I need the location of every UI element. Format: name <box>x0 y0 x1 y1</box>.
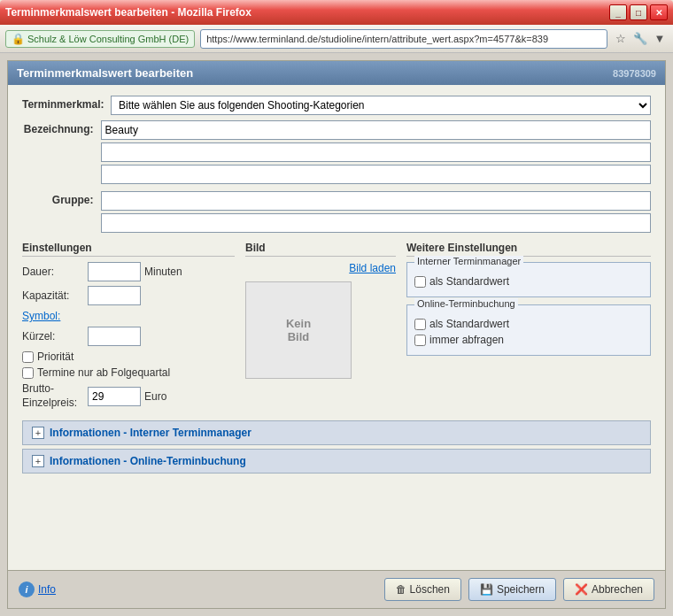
folgequartal-label: Termine nur ab Folgequartal <box>37 366 170 379</box>
prioritaet-label: Priorität <box>37 350 73 363</box>
immer-abfragen-checkbox[interactable] <box>414 335 426 346</box>
kapazitaet-label: Kapazität: <box>22 289 84 302</box>
save-label: Speichern <box>497 583 545 596</box>
minimize-button[interactable]: _ <box>609 4 627 20</box>
als-standardwert-2-label: als Standardwert <box>429 318 509 330</box>
gruppe-inputs <box>101 191 651 233</box>
kuerzel-label: Kürzel: <box>22 330 84 343</box>
save-button[interactable]: 💾 Speichern <box>468 578 556 601</box>
window-title: Terminmerkmalswert bearbeiten - Mozilla … <box>5 6 251 19</box>
bild-header: Bild <box>245 242 396 257</box>
dauer-unit: Minuten <box>144 266 182 278</box>
gruppe-row: Gruppe: <box>22 191 651 233</box>
dropdown-icon[interactable]: ▼ <box>652 31 668 47</box>
url-bar[interactable]: https://www.terminland.de/studioline/int… <box>200 29 607 49</box>
einstellungen-header: Einstellungen <box>22 242 235 257</box>
form-panel: Terminmerkmalswert bearbeiten 83978309 T… <box>7 60 666 609</box>
bild-column: Bild Bild laden Kein Bild <box>245 242 396 410</box>
expand-icon-2: + <box>32 455 44 467</box>
bezeichnung-inputs <box>101 120 651 184</box>
expand-section-2[interactable]: + Informationen - Online-Terminbuchung <box>22 449 651 474</box>
terminmerkmal-select[interactable]: Bitte wählen Sie aus folgenden Shooting-… <box>111 96 651 115</box>
info-link[interactable]: Info <box>38 583 56 596</box>
dauer-label: Dauer: <box>22 266 84 278</box>
bezeichnung-input-1[interactable] <box>101 120 651 140</box>
kein-bild-line2: Bild <box>288 330 310 343</box>
brutto-input[interactable] <box>88 387 141 406</box>
kuerzel-input[interactable] <box>88 327 141 346</box>
kuerzel-row: Kürzel: <box>22 327 235 346</box>
kapazitaet-row: Kapazität: <box>22 286 235 305</box>
online-buchung-group: Online-Terminbuchung als Standardwert im… <box>406 304 651 356</box>
cancel-button[interactable]: ❌ Abbrechen <box>563 578 654 601</box>
als-standardwert-1-row: als Standardwert <box>414 275 643 288</box>
info-icon: i <box>19 581 35 597</box>
bezeichnung-input-3[interactable] <box>101 165 651 184</box>
kein-bild-line1: Kein <box>286 317 311 330</box>
delete-button[interactable]: 🗑 Löschen <box>384 578 461 601</box>
als-standardwert-2-row: als Standardwert <box>414 318 643 330</box>
folgequartal-checkbox[interactable] <box>22 367 34 379</box>
browser-icons: ☆ 🔧 ▼ <box>613 31 668 47</box>
tools-icon[interactable]: 🔧 <box>632 31 648 47</box>
browser-toolbar: 🔒 Schulz & Löw Consulting GmbH (DE) http… <box>0 25 673 53</box>
expand-label-2: Informationen - Online-Terminbuchung <box>50 455 246 467</box>
bezeichnung-row: Bezeichnung: <box>22 120 651 184</box>
terminmerkmal-label: Terminmerkmal: <box>22 96 111 111</box>
delete-label: Löschen <box>410 583 450 596</box>
lock-icon: 🔒 <box>12 33 25 45</box>
image-placeholder: Kein Bild <box>245 281 352 379</box>
close-button[interactable]: ✕ <box>650 4 668 20</box>
einstellungen-column: Einstellungen Dauer: Minuten Kapazität: … <box>22 242 235 410</box>
brutto-unit: Euro <box>144 390 166 403</box>
bezeichnung-label: Bezeichnung: <box>22 120 101 135</box>
immer-abfragen-label: immer abfragen <box>429 334 504 346</box>
window-titlebar: Terminmerkmalswert bearbeiten - Mozilla … <box>0 0 673 25</box>
cancel-icon: ❌ <box>575 583 588 596</box>
url-text: https://www.terminland.de/studioline/int… <box>206 34 548 44</box>
gruppe-input-1[interactable] <box>101 191 651 211</box>
cancel-label: Abbrechen <box>592 583 643 596</box>
kapazitaet-input[interactable] <box>88 286 141 305</box>
folgequartal-row: Termine nur ab Folgequartal <box>22 366 235 379</box>
interner-manager-title: Interner Terminmanager <box>414 256 523 266</box>
expand-section-1[interactable]: + Informationen - Interner Terminmanager <box>22 420 651 445</box>
online-buchung-title: Online-Terminbuchung <box>414 298 518 309</box>
bezeichnung-input-2[interactable] <box>101 142 651 162</box>
form-footer: i Info 🗑 Löschen 💾 Speichern ❌ Abbrechen <box>8 570 665 608</box>
dauer-input[interactable] <box>88 262 141 281</box>
weitere-column: Weitere Einstellungen Interner Terminman… <box>406 242 651 410</box>
prioritaet-row: Priorität <box>22 350 235 363</box>
form-body: Terminmerkmal: Bitte wählen Sie aus folg… <box>8 85 665 570</box>
dauer-row: Dauer: Minuten <box>22 262 235 281</box>
three-columns: Einstellungen Dauer: Minuten Kapazität: … <box>22 242 651 410</box>
als-standardwert-2-checkbox[interactable] <box>414 319 426 330</box>
form-header-title: Terminmerkmalswert bearbeiten <box>17 66 193 80</box>
expand-sections: + Informationen - Interner Terminmanager… <box>22 420 651 474</box>
star-icon[interactable]: ☆ <box>613 31 629 47</box>
expand-label-1: Informationen - Interner Terminmanager <box>50 427 251 439</box>
als-standardwert-1-checkbox[interactable] <box>414 276 426 288</box>
brutto-label: Brutto-Einzelpreis: <box>22 382 84 410</box>
maximize-button[interactable]: □ <box>630 4 647 20</box>
gruppe-label: Gruppe: <box>22 191 101 206</box>
symbol-link[interactable]: Symbol: <box>22 310 60 322</box>
brutto-row: Brutto-Einzelpreis: Euro <box>22 382 235 410</box>
footer-left: i Info <box>19 581 56 597</box>
gruppe-input-2[interactable] <box>101 213 651 233</box>
brutto-subrow: Euro <box>88 387 166 406</box>
interner-manager-group: Interner Terminmanager als Standardwert <box>406 262 651 297</box>
bild-laden-link[interactable]: Bild laden <box>349 262 396 274</box>
prioritaet-checkbox[interactable] <box>22 351 34 363</box>
content-area: Terminmerkmalswert bearbeiten 83978309 T… <box>0 53 673 616</box>
symbol-row: Symbol: <box>22 310 235 322</box>
security-label: Schulz & Löw Consulting GmbH (DE) <box>27 34 189 44</box>
terminmerkmal-row: Terminmerkmal: Bitte wählen Sie aus folg… <box>22 96 651 115</box>
weitere-header: Weitere Einstellungen <box>406 242 651 257</box>
form-header: Terminmerkmalswert bearbeiten 83978309 <box>8 61 665 85</box>
security-badge: 🔒 Schulz & Löw Consulting GmbH (DE) <box>5 30 195 48</box>
form-header-id: 83978309 <box>613 68 656 79</box>
footer-right: 🗑 Löschen 💾 Speichern ❌ Abbrechen <box>384 578 654 601</box>
window-controls: _ □ ✕ <box>609 4 668 20</box>
immer-abfragen-row: immer abfragen <box>414 334 643 346</box>
